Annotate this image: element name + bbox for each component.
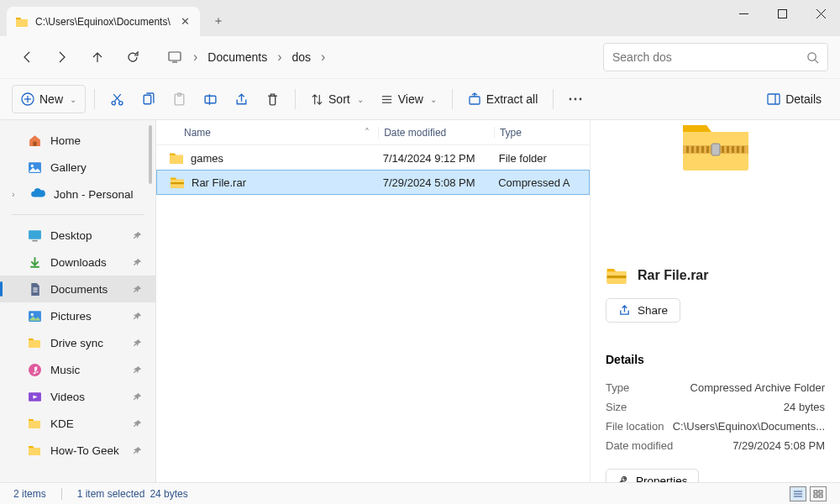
search-input[interactable]	[612, 50, 806, 64]
sort-asc-icon: ˄	[365, 127, 370, 139]
svg-point-31	[30, 164, 33, 166]
chevron-down-icon: ⌄	[430, 95, 437, 104]
svg-point-25	[575, 98, 577, 101]
svg-point-12	[119, 101, 123, 104]
document-icon	[27, 281, 42, 297]
thumbnails-view-toggle[interactable]	[810, 486, 827, 501]
window-controls	[724, 0, 840, 27]
column-name[interactable]: Name˄	[169, 127, 378, 139]
copy-icon	[141, 92, 155, 107]
folder-icon	[15, 15, 29, 29]
svg-point-11	[112, 101, 115, 104]
column-date[interactable]: Date modified	[378, 127, 494, 139]
detail-row-size: Size24 bytes	[606, 397, 825, 417]
sidebar-item-desktop[interactable]: Desktop	[0, 222, 155, 249]
details-icon	[767, 93, 780, 105]
sidebar-item-htg[interactable]: How-To Geek	[0, 437, 155, 464]
onedrive-icon	[30, 186, 45, 202]
minimize-button[interactable]	[724, 0, 763, 27]
share-icon	[234, 92, 249, 107]
sidebar-item-documents[interactable]: Documents	[0, 276, 155, 302]
trash-icon	[265, 92, 280, 107]
sort-icon	[311, 93, 323, 106]
sidebar-item-drivesync[interactable]: Drive sync	[0, 329, 155, 356]
sidebar-item-gallery[interactable]: Gallery	[0, 154, 155, 181]
file-list: Name˄ Date modified Type games 7/14/2024…	[156, 120, 590, 503]
svg-rect-27	[768, 94, 780, 104]
details-pane-button[interactable]: Details	[760, 85, 828, 113]
chevron-right-icon[interactable]: ›	[319, 50, 327, 65]
column-headers: Name˄ Date modified Type	[156, 120, 590, 145]
svg-rect-40	[686, 146, 689, 153]
forward-button[interactable]	[47, 42, 77, 72]
breadcrumb: › Documents › dos ›	[160, 42, 598, 72]
search-icon	[806, 51, 819, 64]
folder-icon	[169, 150, 184, 165]
pc-icon[interactable]	[160, 42, 190, 72]
share-button[interactable]	[228, 85, 255, 113]
status-count: 2 items	[13, 488, 46, 500]
svg-rect-59	[814, 495, 817, 497]
home-icon	[27, 133, 42, 148]
pin-icon	[133, 339, 142, 348]
view-icon	[381, 93, 393, 106]
maximize-button[interactable]	[763, 0, 801, 27]
table-row[interactable]: games 7/14/2024 9:12 PM File folder	[156, 145, 590, 171]
share-button[interactable]: Share	[606, 298, 680, 323]
sidebar: Home Gallery ›John - Personal Desktop Do…	[0, 120, 156, 503]
sidebar-item-personal[interactable]: ›John - Personal	[0, 181, 155, 207]
sidebar-item-downloads[interactable]: Downloads	[0, 249, 155, 276]
pin-icon	[133, 365, 142, 375]
rename-icon	[203, 92, 218, 107]
svg-point-6	[808, 52, 816, 60]
svg-point-35	[30, 312, 33, 315]
extract-all-button[interactable]: Extract all	[461, 85, 544, 113]
pictures-icon	[27, 308, 42, 323]
close-button[interactable]	[801, 0, 840, 27]
preview-thumbnail	[606, 120, 825, 172]
cut-button[interactable]	[103, 85, 131, 113]
sidebar-item-home[interactable]: Home	[0, 127, 155, 154]
table-row[interactable]: Rar File.rar 7/29/2024 5:08 PM Compresse…	[156, 170, 590, 195]
chevron-right-icon[interactable]: ›	[192, 50, 199, 65]
svg-rect-43	[701, 146, 704, 153]
new-button[interactable]: New ⌄	[12, 85, 86, 113]
svg-rect-58	[819, 491, 822, 493]
delete-button[interactable]	[259, 85, 286, 113]
rename-button[interactable]	[197, 85, 224, 113]
breadcrumb-dos[interactable]: dos	[285, 47, 318, 67]
refresh-button[interactable]	[118, 42, 148, 72]
pin-icon	[133, 312, 142, 321]
sidebar-item-kde[interactable]: KDE	[0, 410, 155, 437]
details-view-toggle[interactable]	[790, 486, 806, 501]
more-button[interactable]	[562, 85, 589, 113]
new-tab-button[interactable]: ＋	[205, 8, 232, 34]
details-title: Rar File.rar	[638, 268, 708, 283]
pin-icon	[133, 258, 142, 267]
sort-button[interactable]: Sort⌄	[304, 85, 370, 113]
sidebar-item-videos[interactable]: Videos	[0, 383, 155, 410]
sidebar-item-pictures[interactable]: Pictures	[0, 302, 155, 329]
chevron-right-icon: ›	[12, 189, 22, 199]
breadcrumb-documents[interactable]: Documents	[201, 47, 274, 67]
tab-close-icon[interactable]: ✕	[178, 15, 192, 28]
svg-rect-53	[607, 276, 627, 278]
copy-button[interactable]	[134, 85, 162, 113]
up-button[interactable]	[82, 42, 113, 72]
column-type[interactable]: Type	[494, 127, 590, 139]
back-button[interactable]	[12, 42, 42, 72]
body: Home Gallery ›John - Personal Desktop Do…	[0, 120, 840, 503]
view-button[interactable]: View⌄	[374, 85, 444, 113]
svg-point-26	[580, 98, 582, 101]
paste-button[interactable]	[165, 85, 193, 113]
svg-line-7	[815, 60, 818, 63]
svg-rect-38	[171, 182, 184, 184]
chevron-right-icon[interactable]: ›	[276, 50, 283, 65]
svg-rect-57	[814, 491, 817, 493]
tab-current[interactable]: C:\Users\Equinox\Documents\ ✕	[7, 7, 200, 36]
svg-rect-4	[169, 52, 181, 60]
search-box[interactable]	[603, 43, 828, 71]
zip-icon	[170, 175, 185, 190]
paste-icon	[172, 92, 186, 107]
sidebar-item-music[interactable]: Music	[0, 356, 155, 383]
